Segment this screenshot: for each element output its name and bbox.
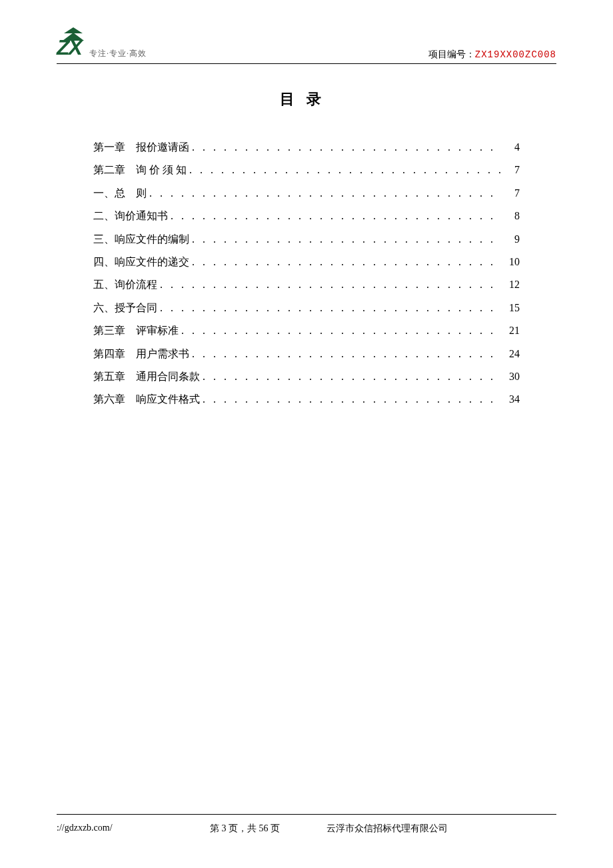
toc-label: 第二章 询 价 须 知 [93,159,187,181]
toc-label: 三、响应文件的编制 [93,228,189,251]
toc-row: 六、授予合同15 [93,297,520,319]
toc-label: 第三章 评审标准 [93,319,179,342]
toc-row: 四、响应文件的递交10 [93,251,520,273]
toc-label: 四、响应文件的递交 [93,251,189,273]
project-label: 项目编号： [428,49,475,59]
toc-page: 10 [504,251,520,273]
toc-dots [192,228,501,251]
toc-page: 24 [504,343,520,365]
toc-dots [192,136,501,159]
toc-page: 30 [504,365,520,388]
toc-row: 第五章 通用合同条款30 [93,365,520,388]
toc-page: 15 [504,297,520,319]
table-of-contents: 第一章 报价邀请函4第二章 询 价 须 知7一、总 则7二、询价通知书8三、响应… [57,136,556,411]
footer-url: ://gdzxzb.com/ [57,823,163,835]
toc-page: 7 [504,182,520,205]
tagline: 专注·专业·高效 [89,48,147,59]
toc-label: 二、询价通知书 [93,205,168,227]
document-page: ZX 专注·专业·高效 项目编号：ZX19XX00ZC008 目录 第一章 报价… [0,0,613,868]
toc-label: 第一章 报价邀请函 [93,136,189,159]
toc-page: 8 [504,205,520,227]
toc-dots [171,205,501,227]
toc-page: 12 [504,273,520,296]
toc-row: 第六章 响应文件格式34 [93,388,520,411]
toc-page: 4 [504,136,520,159]
logo-text: ZX [57,37,87,58]
toc-row: 二、询价通知书8 [93,205,520,227]
toc-dots [192,343,501,365]
toc-label: 第四章 用户需求书 [93,343,189,365]
toc-row: 第三章 评审标准21 [93,319,520,342]
toc-title: 目录 [57,89,556,109]
toc-label: 一、总 则 [93,182,147,205]
toc-row: 第一章 报价邀请函4 [93,136,520,159]
toc-page: 34 [504,388,520,411]
logo-icon: ZX [57,37,87,61]
toc-dots [189,159,501,181]
footer-company: 云浮市众信招标代理有限公司 [326,823,448,835]
footer-page: 第 3 页，共 56 页 [210,823,280,835]
toc-row: 一、总 则7 [93,182,520,205]
toc-dots [160,273,501,296]
toc-row: 第二章 询 价 须 知7 [93,159,520,181]
toc-dots [149,182,501,205]
toc-dots [192,251,501,273]
page-header: ZX 专注·专业·高效 项目编号：ZX19XX00ZC008 [57,37,556,64]
toc-label: 第六章 响应文件格式 [93,388,200,411]
project-code: ZX19XX00ZC008 [475,49,556,60]
project-number: 项目编号：ZX19XX00ZC008 [428,49,556,61]
toc-row: 五、询价流程12 [93,273,520,296]
toc-dots [181,319,501,342]
toc-page: 21 [504,319,520,342]
toc-label: 第五章 通用合同条款 [93,365,200,388]
toc-page: 9 [504,228,520,251]
toc-row: 第四章 用户需求书24 [93,343,520,365]
toc-dots [203,365,501,388]
toc-dots [160,297,501,319]
toc-label: 五、询价流程 [93,273,157,296]
toc-label: 六、授予合同 [93,297,157,319]
toc-page: 7 [504,159,520,181]
toc-dots [203,388,501,411]
header-left: ZX 专注·专业·高效 [57,37,147,61]
toc-row: 三、响应文件的编制9 [93,228,520,251]
page-footer: ://gdzxzb.com/ 第 3 页，共 56 页 云浮市众信招标代理有限公… [57,814,556,835]
